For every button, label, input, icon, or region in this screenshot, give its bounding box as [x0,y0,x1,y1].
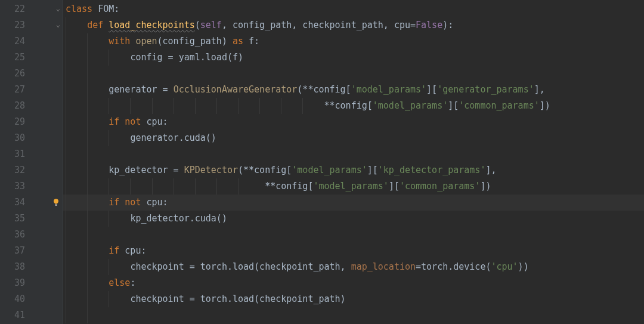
gutter-slot [35,66,63,82]
gutter-slot [35,178,63,195]
gutter-slot: ⌄ [35,1,63,17]
fold-icon[interactable]: ⌄ [56,17,60,33]
line-number: 41 [0,307,25,323]
code-token: ( [195,20,200,30]
line-number: 30 [0,130,25,146]
code-token: ][ [389,181,400,192]
gutter-slot [35,130,63,146]
code-token: (**config[ [297,84,351,95]
code-token: =torch.device( [416,261,491,272]
code-token: 'model_params' [313,181,388,192]
code-token: KPDetector [184,165,238,175]
code-line[interactable]: generator.cuda() [63,130,644,146]
gutter-slot [35,50,63,66]
intent-bulb-icon[interactable] [52,198,60,206]
line-number-gutter: 2223242526272829303132333435363738394041 [0,0,35,324]
code-token: self [200,20,222,30]
gutter-slot [35,243,63,259]
line-number: 32 [0,162,25,178]
code-token: checkpoint = torch.load(checkpoint_path, [130,261,351,272]
gutter-slot [35,33,63,50]
code-line[interactable]: checkpoint = torch.load(checkpoint_path,… [63,259,644,275]
code-token: 'model_params' [373,100,448,111]
code-token: )) [518,261,529,272]
code-line[interactable] [63,66,644,82]
code-line[interactable]: config = yaml.load(f) [63,50,644,66]
code-line[interactable] [63,146,644,162]
code-line[interactable]: generator = OcclusionAwareGenerator(**co… [63,82,644,98]
code-line[interactable]: **config['model_params']['common_params'… [63,98,644,114]
code-token: map_location [351,261,416,272]
gutter-slot [35,114,63,130]
code-token: if not [109,197,146,208]
gutter-slot [35,82,63,98]
gutter-slot [35,307,63,323]
code-line[interactable]: def load_checkpoints(self, config_path, … [63,17,644,33]
line-number: 39 [0,275,25,291]
code-token: ][ [448,100,459,111]
code-editor[interactable]: 2223242526272829303132333435363738394041… [0,0,644,324]
code-token: ], [534,84,545,95]
line-number: 28 [0,98,25,114]
line-number: 36 [0,227,25,243]
gutter-slot [35,146,63,162]
code-token: generator = [109,84,173,95]
code-line[interactable] [63,227,644,243]
line-number: 31 [0,146,25,162]
code-line[interactable]: checkpoint = torch.load(checkpoint_path) [63,291,644,307]
code-token: ]) [540,100,550,111]
line-number: 40 [0,291,25,307]
line-number: 34 [0,195,25,211]
line-number: 22 [0,1,25,17]
code-token: , config_path, checkpoint_path, cpu= [222,20,416,30]
code-token: 'cpu' [491,261,518,272]
code-token: kp_detector = [109,165,184,175]
code-token: as [233,36,249,47]
code-line[interactable]: kp_detector = KPDetector(**config['model… [63,162,644,178]
fold-icon[interactable]: ⌄ [56,1,60,17]
code-line[interactable]: **config['model_params']['common_params'… [63,178,644,195]
line-number: 23 [0,17,25,33]
line-number: 33 [0,178,25,195]
code-token: cpu: [146,116,168,127]
code-line[interactable]: class FOM: [63,1,644,17]
gutter-slot [35,98,63,114]
gutter-slot [35,275,63,291]
code-token: 'generator_params' [437,84,534,95]
gutter-slot [35,162,63,178]
gutter-slot [35,291,63,307]
line-number: 24 [0,33,25,50]
code-line[interactable]: kp_detector.cuda() [63,211,644,227]
code-area[interactable]: class FOM: def load_checkpoints(self, co… [63,0,644,324]
line-number: 29 [0,114,25,130]
code-line[interactable] [63,307,644,323]
code-token: (config_path) [157,36,233,47]
code-token: ]) [480,181,491,192]
code-token: (**config[ [238,165,292,175]
code-line[interactable]: if not cpu: [63,195,644,211]
code-token: load_checkpoints [109,20,195,30]
gutter-slot: ⌄ [35,17,63,33]
code-line[interactable]: with open(config_path) as f: [63,33,644,50]
code-token: 'model_params' [351,84,426,95]
code-token: with [109,36,135,47]
code-token: ], [485,165,496,175]
gutter-slot [35,259,63,275]
code-line[interactable]: if cpu: [63,243,644,259]
code-token: open [135,36,157,47]
code-token: OcclusionAwareGenerator [174,84,298,95]
code-token: FOM: [98,4,119,14]
code-line[interactable]: else: [63,275,644,291]
code-token: **config[ [324,100,373,111]
gutter-slot [35,227,63,243]
code-token: else [109,277,130,288]
code-line[interactable]: if not cpu: [63,114,644,130]
svg-rect-0 [55,204,57,205]
gutter-slot [35,211,63,227]
code-token: def [87,20,109,30]
code-token: config = yaml.load(f) [130,52,243,63]
code-token: ][ [367,165,378,175]
line-number: 37 [0,243,25,259]
code-token: if [109,245,125,256]
line-number: 38 [0,259,25,275]
